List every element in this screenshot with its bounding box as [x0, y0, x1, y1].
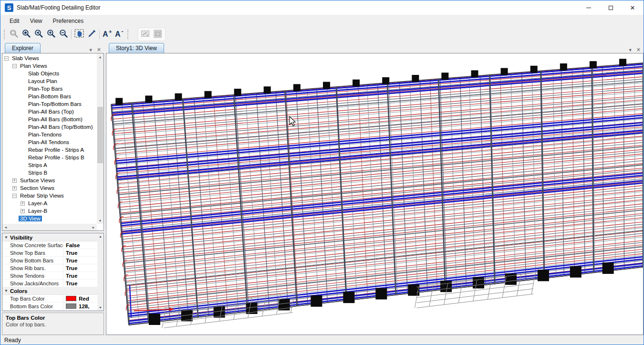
- main-tab-menu-icon[interactable]: ▼: [628, 48, 633, 52]
- explorer-tab-close-icon[interactable]: ✕: [97, 47, 101, 53]
- property-row-show-jacks-anchors[interactable]: Show Jacks/Anchors True: [2, 280, 97, 287]
- toolbar-grip[interactable]: [4, 30, 6, 39]
- pen-button[interactable]: [85, 28, 98, 41]
- main-tabstrip: Story1: 3D View ▼ ✕: [106, 42, 644, 53]
- zoom-previous-button[interactable]: [32, 28, 45, 41]
- scroll-up-icon[interactable]: ▲: [97, 233, 104, 240]
- property-section-visibility[interactable]: ▼ Visibility: [2, 234, 97, 241]
- tree-item-label: Plan-All Tendons: [27, 139, 71, 145]
- property-row-show-concrete-surfaces[interactable]: Show Concrete Surfaces False: [2, 241, 97, 249]
- scroll-left-icon[interactable]: ◄: [2, 226, 9, 229]
- scroll-down-icon[interactable]: ▼: [97, 304, 104, 311]
- tree-item-label: Layout Plan: [27, 78, 59, 84]
- tree-item-slab-views[interactable]: − Slab Views: [2, 54, 96, 62]
- property-row-show-bottom-bars[interactable]: Show Bottom Bars True: [2, 257, 97, 264]
- property-section-colors[interactable]: ▼ Colors: [2, 287, 97, 295]
- tree-item-label: Rebar Profile - Strips A: [27, 147, 85, 153]
- chevron-down-icon[interactable]: ▼: [2, 289, 10, 293]
- font-decrease-button[interactable]: A-: [114, 28, 126, 41]
- tree-item-plan-all-bars-bottom-[interactable]: Plan-All Bars (Bottom): [2, 115, 96, 123]
- property-value[interactable]: Red: [79, 296, 89, 302]
- property-row-bottom-bars-color[interactable]: Bottom Bars Color 128,: [2, 303, 97, 310]
- property-row-show-tendons[interactable]: Show Tendons True: [2, 272, 97, 280]
- property-value-wrap: True: [63, 265, 97, 271]
- pan-button[interactable]: [73, 28, 85, 41]
- tree-item-plan-top-bars[interactable]: Plan-Top Bars: [2, 85, 96, 93]
- tree-item-label: Section Views: [19, 185, 56, 191]
- font-increase-button[interactable]: A+: [101, 28, 114, 41]
- property-scrollbar[interactable]: ▲ ▼: [97, 233, 104, 311]
- dimension-display-icon: [140, 29, 151, 41]
- svg-text:-: -: [122, 29, 124, 35]
- tree-item-layout-plan[interactable]: Layout Plan: [2, 77, 96, 85]
- close-button[interactable]: ✕: [622, 0, 644, 15]
- tree-item-rebar-strip-views[interactable]: − Rebar Strip Views: [2, 192, 96, 199]
- close-icon: ✕: [630, 4, 635, 11]
- tab-story1-3d-view[interactable]: Story1: 3D View: [109, 43, 164, 53]
- property-value[interactable]: False: [66, 242, 80, 248]
- property-value[interactable]: True: [66, 273, 77, 279]
- maximize-button[interactable]: [600, 0, 622, 15]
- tree-item-plan-top-bottom-bars[interactable]: Plan-Top/Bottom Bars: [2, 100, 96, 108]
- tree-item-layer-a[interactable]: + Layer-A: [2, 199, 96, 207]
- tree-item-label: Plan-All Bars (Top): [27, 109, 75, 115]
- explorer-tab-menu-icon[interactable]: ▼: [89, 48, 93, 52]
- menu-view[interactable]: View: [25, 16, 48, 26]
- property-row-top-bars-color[interactable]: Top Bars Color Red: [2, 295, 97, 303]
- toolbar-grip[interactable]: [127, 30, 130, 39]
- tree-expander-icon[interactable]: −: [4, 56, 9, 61]
- tree-item-label: Plan Views: [19, 63, 49, 69]
- property-value[interactable]: True: [66, 250, 77, 256]
- tree-item-slab-objects[interactable]: Slab Objects: [2, 70, 96, 77]
- tree-item-plan-views[interactable]: − Plan Views: [2, 62, 96, 70]
- scroll-down-icon[interactable]: ▼: [97, 217, 104, 224]
- tree-item-strips-a[interactable]: Strips A: [2, 161, 96, 169]
- tree-item-plan-bottom-bars[interactable]: Plan-Bottom Bars: [2, 93, 96, 100]
- tree-item-section-views[interactable]: + Section Views: [2, 184, 96, 192]
- toolbar-separator: [99, 30, 100, 39]
- tree-scroll-thumb[interactable]: [97, 107, 103, 163]
- font-increase-icon: A+: [102, 29, 113, 41]
- tree-vertical-scrollbar[interactable]: ▲ ▼: [97, 53, 104, 224]
- tree-expander-icon[interactable]: −: [12, 64, 17, 68]
- property-value[interactable]: True: [66, 265, 77, 271]
- tree-expander-icon[interactable]: +: [12, 178, 17, 183]
- tree-item-3d-view[interactable]: 3D View: [2, 215, 96, 222]
- property-row-show-top-bars[interactable]: Show Top Bars True: [2, 249, 97, 257]
- tree-item-plan-tendons[interactable]: Plan-Tendons: [2, 131, 96, 138]
- app-icon: S: [5, 3, 13, 12]
- minimize-button[interactable]: [578, 0, 600, 15]
- tree-item-plan-all-bars-top-[interactable]: Plan-All Bars (Top): [2, 108, 96, 115]
- scroll-up-icon[interactable]: ▲: [97, 53, 104, 60]
- zoom-extents-button[interactable]: [20, 28, 32, 41]
- tree-item-rebar-profile-strips-b[interactable]: Rebar Profile - Strips B: [2, 154, 96, 161]
- chevron-down-icon[interactable]: ▼: [2, 235, 10, 240]
- tree-expander-icon[interactable]: −: [12, 194, 17, 198]
- tree-expander-icon[interactable]: +: [21, 201, 25, 206]
- tree-item-rebar-profile-strips-a[interactable]: Rebar Profile - Strips A: [2, 146, 96, 154]
- property-description-text: Color of top bars.: [6, 322, 100, 327]
- tree-item-surface-views[interactable]: + Surface Views: [2, 177, 96, 184]
- zoom-out-button[interactable]: [57, 28, 70, 41]
- property-value[interactable]: True: [66, 258, 77, 263]
- zoom-in-button[interactable]: [45, 28, 57, 41]
- property-value[interactable]: True: [66, 281, 77, 286]
- explorer-tree: − Slab Views − Plan Views Slab Objects L…: [2, 53, 104, 231]
- tree-item-label: Plan-Top/Bottom Bars: [27, 101, 83, 107]
- property-row-show-rib-bars-[interactable]: Show Rib bars. True: [2, 264, 97, 272]
- 3d-view-canvas[interactable]: [106, 53, 644, 335]
- menu-edit[interactable]: Edit: [4, 16, 25, 26]
- menu-preferences[interactable]: Preferences: [47, 16, 89, 26]
- tree-item-layer-b[interactable]: + Layer-B: [2, 207, 96, 215]
- tree-expander-icon[interactable]: +: [12, 186, 17, 190]
- tree-expander-icon[interactable]: +: [21, 209, 25, 213]
- tree-item-plan-all-bars-top-bottom-[interactable]: Plan-All Bars (Top/Bottom): [2, 123, 96, 131]
- tree-item-strips-b[interactable]: Strips B: [2, 169, 96, 177]
- tree-horizontal-scrollbar[interactable]: ◄ ►: [2, 224, 97, 230]
- main-tab-close-icon[interactable]: ✕: [636, 47, 641, 53]
- tree-item-plan-all-tendons[interactable]: Plan-All Tendons: [2, 138, 96, 146]
- tab-explorer[interactable]: Explorer: [5, 43, 41, 53]
- property-value[interactable]: 128,: [79, 303, 89, 309]
- scroll-right-icon[interactable]: ►: [90, 226, 97, 229]
- tree-item-label: Layer-B: [27, 208, 49, 214]
